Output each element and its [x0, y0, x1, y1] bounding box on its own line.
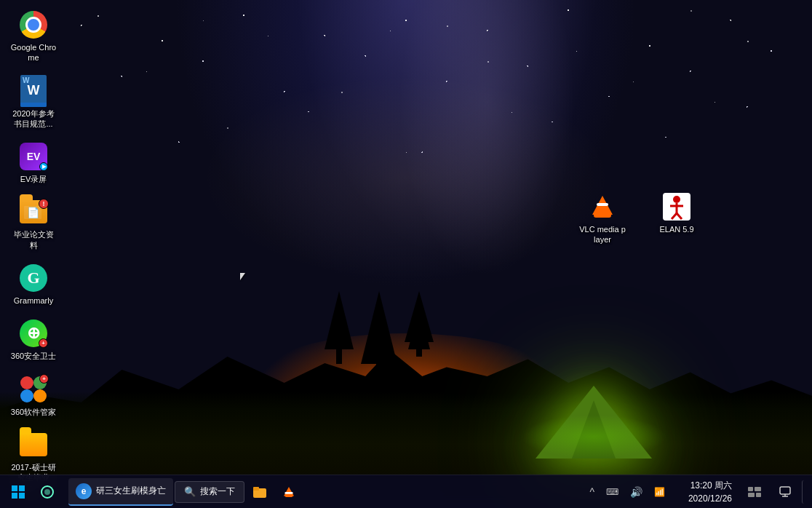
ground [0, 392, 812, 479]
elan-icon-graphic [663, 193, 690, 221]
icon-ev-recorder[interactable]: EV ▶ EV录屏 [7, 139, 60, 187]
svg-rect-11 [19, 485, 25, 491]
desktop-icons-right: VLC media player ELAN 5.9 [576, 189, 703, 248]
icon-grammarly-label: Grammarly [14, 295, 53, 306]
svg-rect-17 [253, 487, 259, 491]
word-icon-graphic: W [20, 75, 47, 107]
icon-elan-label: ELAN 5.9 [659, 224, 693, 234]
tray-network[interactable]: 📶 [650, 484, 669, 500]
notification-center-button[interactable] [771, 478, 799, 506]
taskbar-file-explorer[interactable] [246, 478, 274, 506]
cortana-button[interactable] [33, 478, 61, 506]
desktop-icons-left: Google Chrome W 2020年参考书目规范... EV ▶ EV录屏 [7, 7, 60, 496]
clock-time: 13:20 周六 [690, 479, 732, 492]
search-icon-text: 🔍 [184, 486, 196, 497]
icon-word-doc[interactable]: W 2020年参考书目规范... [7, 74, 60, 132]
icon-chrome[interactable]: Google Chrome [7, 7, 60, 66]
svg-point-3 [33, 389, 47, 402]
mouse-cursor [240, 273, 245, 280]
icon-thesis-label: 毕业论文资料 [10, 229, 57, 250]
notification-icon [779, 486, 791, 498]
icon-360-safety-label: 360安全卫士 [11, 351, 56, 361]
grammarly-icon-graphic: G [20, 264, 47, 292]
icon-360-safety[interactable]: ⊕ + 360安全卫士 [7, 316, 60, 364]
svg-point-2 [20, 389, 33, 402]
taskbar-left [0, 478, 65, 506]
task-view-icon [748, 487, 761, 497]
taskbar: e 研三女生刷模身亡 🔍 搜索一下 [0, 475, 812, 508]
svg-rect-19 [755, 487, 761, 491]
clock-date: 2020/12/26 [688, 492, 732, 505]
cortana-icon [40, 485, 55, 499]
icon-word-label: 2020年参考书目规范... [10, 108, 57, 130]
svg-rect-18 [748, 487, 753, 491]
volume-icon: 🔊 [630, 486, 642, 498]
tray-expand-icon: ^ [589, 486, 594, 498]
svg-rect-21 [756, 493, 761, 497]
svg-point-5 [673, 196, 680, 203]
icon-360-manager-label: 360软件管家 [11, 407, 56, 417]
icon-360-manager[interactable]: + 360软件管家 [7, 372, 60, 420]
desktop: Google Chrome W 2020年参考书目规范... EV ▶ EV录屏 [0, 0, 812, 508]
network-icon: 📶 [654, 487, 665, 497]
windows-logo-icon [11, 485, 25, 499]
svg-point-15 [44, 489, 50, 495]
start-button[interactable] [4, 478, 32, 506]
icon-chrome-label: Google Chrome [10, 42, 57, 63]
icon-ev-label: EV录屏 [20, 174, 47, 184]
taskbar-apps: e 研三女生刷模身亡 🔍 搜索一下 [65, 478, 306, 506]
trees [325, 291, 434, 378]
taskbar-right: ^ ⌨ 🔊 📶 13:20 周六 2020/12/26 [579, 477, 812, 507]
svg-rect-10 [12, 485, 17, 491]
taskbar-ie-window[interactable]: e 研三女生刷模身亡 [68, 478, 173, 506]
input-method-icon: ⌨ [606, 487, 618, 497]
tent [536, 386, 652, 459]
chrome-icon-graphic [20, 11, 47, 39]
thesis2017-icon-graphic [20, 433, 47, 456]
taskbar-task-view[interactable] [741, 478, 768, 506]
clock[interactable]: 13:20 周六 2020/12/26 [672, 477, 738, 507]
taskbar-ie-label: 研三女生刷模身亡 [96, 485, 166, 497]
taskbar-search-btn[interactable]: 🔍 搜索一下 [175, 481, 244, 503]
icon-elan[interactable]: ELAN 5.9 [650, 189, 703, 248]
tray-volume[interactable]: 🔊 [626, 483, 647, 501]
taskbar-vlc-icon [284, 487, 294, 497]
show-desktop-btn[interactable] [802, 480, 806, 504]
tray-input-method[interactable]: ⌨ [602, 484, 623, 500]
icon-thesis-folder[interactable]: 📄 ! 毕业论文资料 [7, 194, 60, 253]
svg-rect-20 [748, 493, 755, 497]
icon-vlc-label: VLC media player [579, 224, 626, 245]
tray-expand[interactable]: ^ [585, 483, 599, 501]
taskbar-search-label: 搜索一下 [200, 485, 235, 498]
icon-grammarly[interactable]: G Grammarly [7, 261, 60, 309]
file-explorer-icon [252, 485, 267, 499]
svg-point-0 [20, 376, 33, 389]
vlc-icon-graphic [592, 196, 613, 218]
icon-vlc[interactable]: VLC media player [576, 189, 629, 248]
svg-rect-12 [12, 493, 17, 499]
taskbar-vlc[interactable] [275, 478, 303, 506]
ie-icon: e [76, 483, 92, 499]
svg-rect-13 [19, 493, 25, 499]
svg-rect-22 [780, 487, 790, 494]
